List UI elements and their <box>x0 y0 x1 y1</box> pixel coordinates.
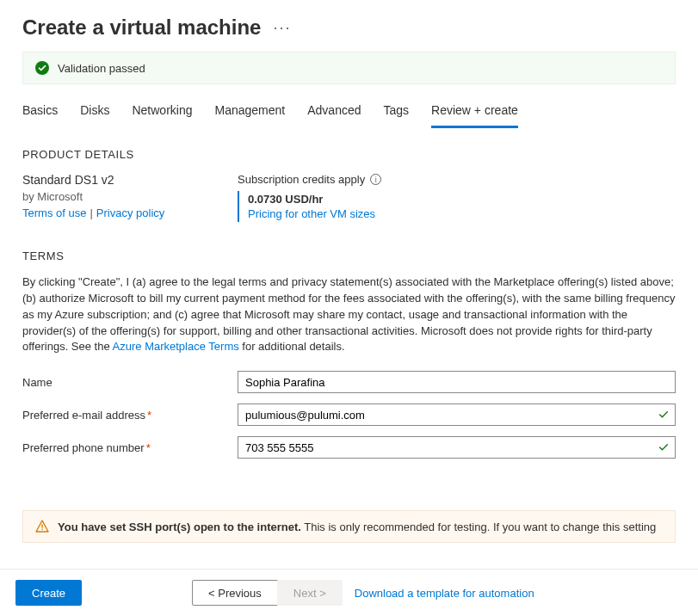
marketplace-terms-link[interactable]: Azure Marketplace Terms <box>113 340 239 353</box>
price-value: 0.0730 USD/hr <box>248 193 381 206</box>
validation-banner: Validation passed <box>22 52 676 84</box>
tab-basics[interactable]: Basics <box>22 98 58 128</box>
page-title: Create a virtual machine <box>22 15 261 40</box>
check-icon <box>658 441 670 453</box>
warning-bold: You have set SSH port(s) open to the int… <box>58 521 301 533</box>
svg-rect-2 <box>41 529 42 530</box>
info-icon[interactable]: i <box>370 174 381 185</box>
next-button: Next > <box>277 580 343 606</box>
terms-text: By clicking "Create", I (a) agree to the… <box>22 274 676 355</box>
tab-disks[interactable]: Disks <box>80 98 109 128</box>
required-asterisk: * <box>146 441 151 454</box>
validation-text: Validation passed <box>58 62 145 75</box>
create-button[interactable]: Create <box>15 580 82 606</box>
previous-button[interactable]: < Previous <box>192 580 278 606</box>
tab-review-create[interactable]: Review + create <box>431 98 518 128</box>
terms-of-use-link[interactable]: Terms of use <box>22 206 86 219</box>
more-icon[interactable]: ··· <box>273 19 291 37</box>
download-template-link[interactable]: Download a template for automation <box>355 587 534 600</box>
email-input[interactable] <box>238 403 676 426</box>
email-label: Preferred e-mail address <box>22 409 145 422</box>
phone-input[interactable] <box>238 436 676 459</box>
privacy-policy-link[interactable]: Privacy policy <box>96 206 164 219</box>
footer-bar: Create < Previous Next > Download a temp… <box>0 569 698 616</box>
product-publisher: by Microsoft <box>22 190 238 203</box>
check-icon <box>658 409 670 421</box>
success-icon <box>35 61 49 75</box>
phone-label: Preferred phone number <box>22 441 145 454</box>
name-input[interactable] <box>238 371 676 393</box>
tab-bar: Basics Disks Networking Management Advan… <box>0 98 698 129</box>
product-name: Standard DS1 v2 <box>22 173 238 187</box>
name-label: Name <box>22 376 238 389</box>
section-title-product: PRODUCT DETAILS <box>22 148 676 161</box>
credits-label: Subscription credits apply <box>238 173 365 186</box>
tab-tags[interactable]: Tags <box>384 98 410 128</box>
pricing-link[interactable]: Pricing for other VM sizes <box>248 207 381 220</box>
section-title-terms: TERMS <box>22 249 676 262</box>
tab-networking[interactable]: Networking <box>132 98 192 128</box>
ssh-warning-banner: You have set SSH port(s) open to the int… <box>22 510 676 543</box>
tab-advanced[interactable]: Advanced <box>307 98 361 128</box>
required-asterisk: * <box>147 409 151 422</box>
svg-rect-1 <box>41 525 42 528</box>
warning-icon <box>35 520 49 533</box>
tab-management[interactable]: Management <box>215 98 286 128</box>
warning-rest: This is only recommended for testing. If… <box>301 521 656 533</box>
